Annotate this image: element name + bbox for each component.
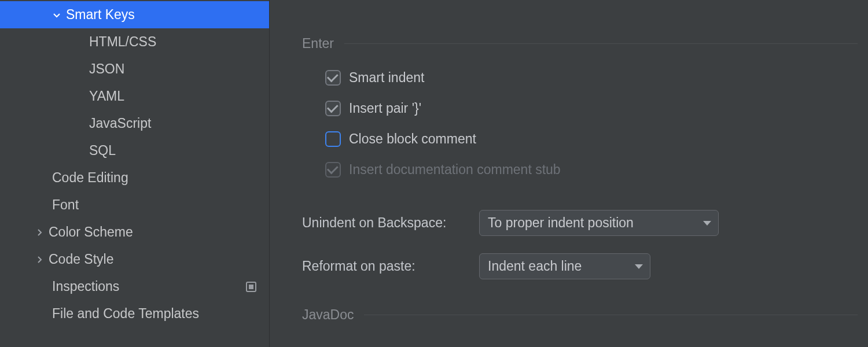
sidebar-item-inspections[interactable]: Inspections (0, 273, 269, 300)
sidebar: Smart Keys HTML/CSS JSON YAML JavaScript… (0, 0, 270, 347)
sidebar-item-code-style[interactable]: Code Style (0, 246, 269, 273)
sidebar-label: Code Editing (52, 170, 128, 186)
sidebar-item-code-editing[interactable]: Code Editing (0, 164, 269, 191)
form-label: Reformat on paste: (302, 259, 479, 274)
caret-down-icon (635, 264, 643, 269)
sidebar-item-json[interactable]: JSON (0, 56, 269, 83)
sidebar-item-font[interactable]: Font (0, 191, 269, 219)
checkbox-icon (325, 162, 341, 178)
svg-rect-1 (249, 285, 253, 289)
divider (344, 43, 858, 44)
row-reformat: Reformat on paste: Indent each line (302, 253, 858, 279)
row-unindent: Unindent on Backspace: To proper indent … (302, 210, 858, 236)
select-value: Indent each line (488, 259, 582, 274)
sidebar-label: Color Scheme (49, 224, 133, 240)
select-reformat[interactable]: Indent each line (479, 253, 650, 279)
settings-window: Smart Keys HTML/CSS JSON YAML JavaScript… (0, 0, 868, 347)
sidebar-label: HTML/CSS (89, 34, 156, 50)
sidebar-label: Smart Keys (66, 7, 135, 23)
checkbox-label: Close block comment (349, 131, 476, 147)
sidebar-label: Code Style (49, 252, 114, 267)
project-level-icon (246, 282, 256, 292)
sidebar-item-color-scheme[interactable]: Color Scheme (0, 219, 269, 246)
sidebar-label: SQL (89, 143, 116, 158)
chevron-right-icon (35, 255, 44, 264)
caret-down-icon (703, 221, 711, 226)
select-unindent[interactable]: To proper indent position (479, 210, 719, 236)
sidebar-label: Font (52, 197, 79, 213)
form-label: Unindent on Backspace: (302, 215, 479, 231)
checkbox-label: Insert pair '}' (349, 101, 421, 116)
checkbox-icon (325, 70, 341, 86)
checkbox-label: Smart indent (349, 70, 424, 86)
chevron-right-icon (35, 228, 44, 237)
chevron-down-icon (52, 10, 61, 20)
sidebar-label: JSON (89, 61, 124, 77)
sidebar-item-smart-keys[interactable]: Smart Keys (0, 1, 269, 28)
sidebar-label: JavaScript (89, 116, 151, 131)
sidebar-label: Inspections (52, 279, 119, 294)
checkbox-icon (325, 131, 341, 147)
sidebar-item-file-templates[interactable]: File and Code Templates (0, 300, 269, 327)
settings-panel: Enter Smart indent Insert pair '}' Close… (270, 0, 868, 347)
sidebar-item-yaml[interactable]: YAML (0, 83, 269, 110)
checkbox-label: Insert documentation comment stub (349, 162, 561, 178)
checkbox-smart-indent[interactable]: Smart indent (325, 70, 858, 86)
sidebar-label: YAML (89, 88, 124, 104)
select-value: To proper indent position (488, 215, 634, 231)
sidebar-item-javascript[interactable]: JavaScript (0, 110, 269, 137)
sidebar-item-html-css[interactable]: HTML/CSS (0, 28, 269, 56)
section-title: JavaDoc (302, 307, 354, 323)
sidebar-label: File and Code Templates (52, 306, 199, 322)
checkbox-close-block-comment[interactable]: Close block comment (325, 131, 858, 147)
sidebar-item-sql[interactable]: SQL (0, 137, 269, 164)
section-enter: Enter (302, 36, 858, 51)
checkbox-insert-pair[interactable]: Insert pair '}' (325, 101, 858, 116)
section-title: Enter (302, 36, 334, 51)
section-javadoc: JavaDoc (302, 307, 858, 323)
divider (364, 315, 858, 315)
checkbox-doc-stub: Insert documentation comment stub (325, 162, 858, 178)
checkbox-icon (325, 101, 341, 116)
